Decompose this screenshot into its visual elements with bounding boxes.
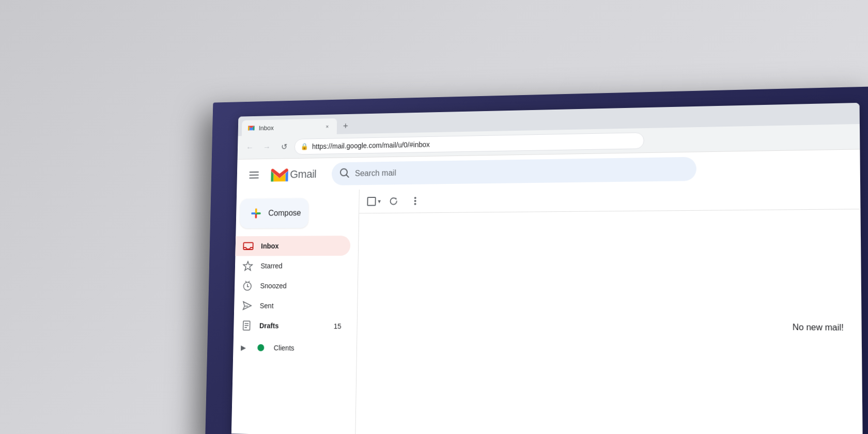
svg-marker-10 (243, 261, 253, 270)
svg-point-22 (414, 203, 416, 205)
svg-line-13 (249, 281, 250, 282)
back-button[interactable]: ← (243, 141, 257, 154)
inbox-icon (243, 241, 254, 252)
compose-button[interactable]: Compose (240, 198, 309, 228)
reload-button[interactable]: ↺ (277, 140, 290, 154)
sidebar-item-label-clients: Clients (274, 344, 295, 352)
sidebar-item-label-snoozed: Snoozed (260, 282, 286, 290)
search-bar[interactable]: Search mail (332, 157, 696, 185)
tab-close-button[interactable]: × (323, 122, 331, 131)
select-all-checkbox[interactable]: ▾ (367, 196, 381, 206)
snoozed-icon (242, 280, 253, 291)
sidebar-item-label-starred: Starred (260, 262, 283, 270)
email-area: ▾ (355, 183, 863, 434)
email-toolbar: ▾ (359, 183, 860, 213)
tab-favicon (247, 124, 255, 132)
search-icon (339, 167, 349, 180)
sidebar-item-inbox[interactable]: Inbox (235, 236, 350, 256)
svg-point-21 (414, 200, 416, 202)
sidebar-item-label-inbox: Inbox (261, 242, 279, 250)
gmail-app: Gmail Search mail (231, 149, 863, 434)
lock-icon: 🔒 (301, 143, 308, 150)
svg-marker-14 (243, 302, 252, 309)
new-tab-button[interactable]: + (339, 119, 353, 133)
sidebar-item-label-sent: Sent (260, 302, 274, 310)
expand-icon: ▶ (241, 344, 246, 352)
svg-rect-9 (243, 243, 253, 250)
compose-plus-icon (249, 207, 262, 221)
url-bar[interactable]: 🔒 https://mail.google.com/mail/u/0/#inbo… (294, 132, 644, 154)
svg-line-4 (346, 175, 348, 177)
svg-point-20 (414, 197, 416, 199)
sidebar-item-clients[interactable]: ▶ Clients (233, 337, 349, 359)
forward-button[interactable]: → (260, 140, 273, 154)
sidebar-item-snoozed[interactable]: Snoozed (235, 276, 350, 296)
svg-rect-2 (249, 177, 258, 178)
gmail-logo[interactable]: Gmail (271, 167, 316, 182)
no-new-mail-text: No new mail! (793, 322, 844, 332)
menu-icon[interactable] (244, 165, 264, 185)
sidebar-item-drafts[interactable]: Drafts 15 (234, 316, 349, 336)
compose-label: Compose (268, 209, 301, 218)
browser-window: Inbox × + ← → ↺ 🔒 https://mail.google.co… (231, 103, 863, 434)
svg-rect-1 (250, 175, 259, 176)
checkbox-box (367, 197, 376, 206)
sidebar-item-label-drafts: Drafts (259, 322, 279, 330)
refresh-button[interactable] (384, 192, 402, 210)
star-icon (242, 260, 253, 271)
email-content-area: No new mail! (355, 209, 863, 434)
gmail-label: Gmail (290, 168, 316, 181)
sidebar-item-starred[interactable]: Starred (235, 256, 350, 276)
sidebar-item-sent[interactable]: Sent (234, 296, 350, 316)
browser-tab-inbox[interactable]: Inbox × (242, 118, 337, 136)
sent-icon (242, 300, 253, 311)
svg-line-12 (245, 281, 246, 282)
sidebar-item-count-drafts: 15 (334, 322, 342, 331)
svg-rect-0 (250, 172, 259, 173)
gmail-main: Compose Inbox (231, 183, 863, 434)
search-placeholder: Search mail (355, 168, 396, 178)
tab-title: Inbox (259, 123, 320, 132)
svg-rect-8 (255, 209, 257, 214)
sidebar: Compose Inbox (231, 190, 359, 434)
clients-dot-icon (255, 342, 266, 353)
gmail-m-logo (271, 167, 288, 181)
drafts-icon (241, 320, 252, 331)
more-options-button[interactable] (406, 192, 424, 210)
monitor-frame: Inbox × + ← → ↺ 🔒 https://mail.google.co… (205, 86, 868, 434)
url-text: https://mail.google.com/mail/u/0/#inbox (312, 140, 430, 150)
